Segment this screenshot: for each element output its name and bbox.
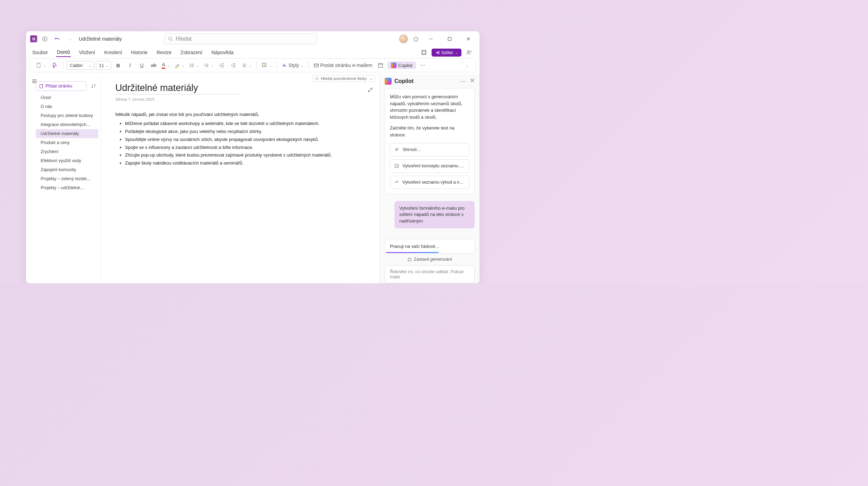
ribbon-collapse-icon[interactable]: ⌄ bbox=[462, 60, 471, 70]
svg-point-1 bbox=[169, 37, 172, 40]
font-size-select[interactable]: 11 bbox=[96, 61, 111, 70]
strikethrough-button[interactable]: ab bbox=[149, 60, 158, 70]
copilot-suggestion-summary[interactable]: Shrnutí… bbox=[390, 143, 469, 157]
copilot-panel: Copilot ⋯ Můžu vám pomoct s generováním … bbox=[379, 74, 479, 283]
bold-button[interactable]: B bbox=[113, 60, 123, 70]
bullet-item: Spouštějte online výzvy na sociálních sí… bbox=[125, 136, 366, 143]
page-item[interactable]: Produkt a ceny bbox=[36, 138, 98, 147]
svg-rect-21 bbox=[395, 164, 399, 168]
page-content[interactable]: Udržitelné materiály Středa 7. června 20… bbox=[101, 74, 379, 283]
intro-text: Několik nápadů, jak získat více lidí pro… bbox=[115, 112, 366, 117]
svg-rect-18 bbox=[378, 64, 383, 67]
avatar[interactable] bbox=[399, 34, 408, 43]
maximize-button[interactable] bbox=[443, 34, 457, 44]
format-painter-icon[interactable] bbox=[50, 60, 59, 70]
share-button[interactable]: Sdílet ⌄ bbox=[432, 49, 461, 57]
tab-historie[interactable]: Historie bbox=[131, 48, 148, 57]
bullet-item: Můžeme pořádat zábavné workshopy a webin… bbox=[125, 120, 366, 127]
numbered-list-button[interactable]: 12 ⌄ bbox=[202, 60, 215, 70]
app-icon: N bbox=[30, 35, 37, 42]
undo-icon[interactable] bbox=[52, 34, 62, 44]
tags-button[interactable]: ⌄ bbox=[260, 60, 273, 70]
copilot-more-icon[interactable]: ⋯ bbox=[460, 78, 466, 85]
page-item[interactable]: O nás bbox=[36, 102, 98, 111]
copilot-intro-card: Můžu vám pomoct s generováním nápadů, vy… bbox=[385, 88, 475, 194]
svg-text:2: 2 bbox=[204, 65, 205, 67]
page-item[interactable]: Efektivní využití vody bbox=[36, 156, 98, 165]
page-body[interactable]: Několik nápadů, jak získat více lidí pro… bbox=[115, 112, 366, 167]
align-button[interactable]: ⌄ bbox=[241, 60, 253, 70]
svg-point-10 bbox=[190, 65, 191, 66]
highlight-button[interactable]: ⌄ bbox=[173, 60, 186, 70]
tab-kresleni[interactable]: Kreslení bbox=[103, 48, 123, 57]
page-item[interactable]: Postupy pro zelené budovy bbox=[36, 111, 98, 120]
svg-rect-22 bbox=[408, 258, 411, 261]
indent-button[interactable] bbox=[229, 60, 239, 70]
underline-button[interactable]: U bbox=[137, 60, 147, 70]
minimize-button[interactable] bbox=[424, 34, 438, 44]
body-area: Hledat poznámkové bloky Přidat stránku Ú… bbox=[26, 74, 479, 283]
copilot-icon bbox=[385, 78, 392, 85]
page-item[interactable]: Zapojení komunity bbox=[36, 165, 98, 174]
search-placeholder: Hledat bbox=[176, 36, 192, 42]
page-item[interactable]: Úvod bbox=[36, 93, 98, 102]
paste-button[interactable]: ⌄ bbox=[34, 60, 48, 70]
add-page-button[interactable]: Přidat stránku bbox=[36, 81, 86, 91]
copilot-close-icon[interactable] bbox=[470, 78, 475, 85]
font-color-button[interactable]: A⌄ bbox=[160, 60, 171, 70]
premium-icon[interactable] bbox=[413, 36, 419, 42]
tab-soubor[interactable]: Soubor bbox=[32, 48, 49, 57]
back-icon[interactable] bbox=[40, 34, 50, 44]
menubar: Soubor Domů Vložení Kreslení Historie Re… bbox=[26, 47, 479, 58]
tab-revize[interactable]: Revize bbox=[156, 48, 172, 57]
svg-rect-14 bbox=[262, 63, 266, 67]
styles-button[interactable]: Aa Styly ⌄ bbox=[281, 60, 305, 70]
document-title[interactable]: Udržitelné materiály bbox=[79, 36, 122, 42]
svg-rect-6 bbox=[37, 63, 40, 68]
svg-rect-4 bbox=[423, 51, 425, 54]
more-commands-icon[interactable]: ⋯ bbox=[418, 60, 428, 70]
svg-point-0 bbox=[43, 37, 47, 41]
person-add-icon[interactable] bbox=[464, 48, 474, 57]
expand-icon[interactable] bbox=[368, 87, 373, 92]
titlebar: N ⌄ Udržitelné materiály Hledat bbox=[26, 31, 479, 47]
titlebar-right bbox=[399, 34, 475, 44]
page-title[interactable]: Udržitelné materiály bbox=[115, 83, 240, 94]
bullet-item: Pořádejte ekologické akce, jako jsou vel… bbox=[125, 128, 366, 135]
page-item[interactable]: Zrychlení bbox=[36, 147, 98, 156]
tab-zobrazeni[interactable]: Zobrazení bbox=[180, 48, 203, 57]
page-item[interactable]: Projekty – zelený rezide… bbox=[36, 174, 98, 183]
page-sidebar: Přidat stránku ÚvodO násPostupy pro zele… bbox=[36, 81, 98, 283]
close-button[interactable] bbox=[461, 34, 475, 44]
page-layout-icon[interactable] bbox=[419, 48, 429, 57]
copilot-stop-button[interactable]: Zastavit generování bbox=[385, 253, 475, 265]
copilot-suggestion-proscons[interactable]: Vytvoření seznamu výhod a nevý… bbox=[390, 176, 469, 189]
bullet-list-button[interactable]: ⌄ bbox=[188, 60, 200, 70]
italic-button[interactable]: I bbox=[125, 60, 135, 70]
copilot-title: Copilot bbox=[394, 78, 414, 84]
customize-dropdown-icon[interactable]: ⌄ bbox=[65, 34, 75, 44]
svg-point-9 bbox=[190, 64, 191, 64]
tab-napoveda[interactable]: Nápověda bbox=[211, 48, 234, 57]
copilot-ribbon-button[interactable]: Copilot bbox=[387, 61, 416, 69]
page-item[interactable]: Projekty – udržitelné… bbox=[36, 183, 98, 192]
hamburger-icon[interactable] bbox=[30, 76, 39, 86]
copilot-suggestion-tasklist[interactable]: Vytvoření konceptu seznamu úk… bbox=[390, 159, 469, 173]
page-item[interactable]: Integrace obnovitelných… bbox=[36, 120, 98, 129]
copilot-header: Copilot ⋯ bbox=[380, 74, 479, 88]
svg-rect-7 bbox=[37, 63, 39, 64]
sort-pages-icon[interactable] bbox=[89, 81, 98, 91]
page-date: Středa 7. června 2025 bbox=[115, 97, 366, 101]
outdent-button[interactable] bbox=[217, 60, 227, 70]
copilot-input[interactable]: Řekněte mi, co chcete udělat. Pokud máte bbox=[385, 265, 475, 283]
font-name-select[interactable]: Calibri bbox=[67, 61, 94, 70]
page-item[interactable]: Udržitelné materiály bbox=[36, 129, 98, 138]
meeting-details-icon[interactable] bbox=[376, 60, 385, 70]
tab-vlozeni[interactable]: Vložení bbox=[78, 48, 96, 57]
svg-rect-2 bbox=[448, 37, 451, 41]
tab-domu[interactable]: Domů bbox=[56, 48, 70, 57]
svg-rect-8 bbox=[175, 67, 177, 68]
send-email-button[interactable]: Poslat stránku e-mailem bbox=[312, 60, 374, 70]
search-input[interactable]: Hledat bbox=[164, 33, 317, 44]
app-window: N ⌄ Udržitelné materiály Hledat Soubor D… bbox=[26, 31, 479, 283]
